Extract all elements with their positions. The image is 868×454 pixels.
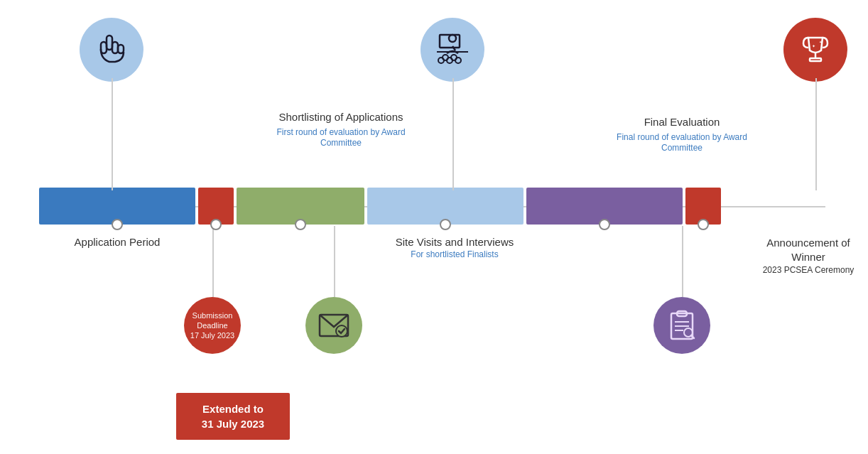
- presentation-icon: [434, 33, 471, 66]
- svg-text:✦: ✦: [819, 40, 822, 44]
- trophy-icon: ✦ ✦: [798, 32, 833, 67]
- shortlisting-label: Shortlisting of Applications First round…: [270, 110, 412, 149]
- shortlisting-vert: [334, 226, 335, 297]
- block-circle-site: [440, 219, 451, 230]
- block-final-eval: [526, 188, 683, 225]
- announcement-label: Announcement of Winner 2023 PCSEA Ceremo…: [752, 236, 865, 275]
- block-shortlisting: [237, 188, 364, 225]
- announcement-title: Announcement of Winner: [752, 236, 865, 264]
- shortlisting-title: Shortlisting of Applications: [270, 110, 412, 124]
- svg-point-10: [443, 55, 448, 60]
- site-visits-subtitle: For shortlisted Finalists: [373, 249, 536, 259]
- application-icon-circle: [80, 18, 143, 82]
- final-eval-vert: [682, 226, 683, 297]
- touch-icon: [94, 32, 129, 67]
- block-circle-final: [599, 219, 610, 230]
- block-circle-announce: [698, 219, 709, 230]
- application-label: Application Period: [39, 236, 195, 248]
- svg-line-26: [691, 335, 694, 338]
- svg-text:✦: ✦: [812, 44, 815, 48]
- timeline-container: ✦ ✦ Shortlisting of Applications First r…: [0, 0, 868, 454]
- final-eval-title: Final Evaluation: [611, 115, 753, 129]
- block-circle-app: [112, 219, 123, 230]
- site-visits-title: Site Visits and Interviews: [373, 236, 536, 248]
- site-icon-connector: [452, 78, 454, 190]
- block-announcement: [685, 188, 721, 225]
- extended-box: Extended to31 July 2023: [176, 393, 290, 440]
- svg-point-11: [451, 55, 457, 60]
- envelope-circle: [305, 297, 362, 354]
- trophy-icon-circle: ✦ ✦: [783, 18, 847, 82]
- envelope-icon: [318, 313, 350, 338]
- shortlisting-subtitle: First round of evaluation by Award Commi…: [270, 127, 412, 149]
- block-site-visits: [367, 188, 523, 225]
- block-circle-sub: [210, 219, 222, 230]
- trophy-connector: [815, 78, 817, 190]
- block-circle-short: [295, 219, 306, 230]
- svg-rect-14: [810, 58, 821, 61]
- submission-vert: [212, 226, 214, 297]
- block-submission: [198, 188, 234, 225]
- application-title: Application Period: [39, 236, 195, 248]
- deadline-text: SubmissionDeadline17 July 2023: [190, 310, 234, 341]
- final-eval-subtitle: Final round of evaluation by Award Commi…: [611, 132, 753, 154]
- site-visits-label: Site Visits and Interviews For shortlist…: [373, 236, 536, 259]
- deadline-circle: SubmissionDeadline17 July 2023: [184, 297, 241, 354]
- app-icon-connector: [112, 78, 113, 190]
- announcement-subtitle: 2023 PCSEA Ceremony: [752, 265, 865, 275]
- final-eval-label: Final Evaluation Final round of evaluati…: [611, 115, 753, 154]
- clipboard-icon: [666, 309, 698, 342]
- extended-text: Extended to31 July 2023: [202, 403, 264, 430]
- blocks-row: [39, 188, 829, 225]
- svg-point-4: [449, 35, 456, 42]
- clipboard-circle: [653, 297, 710, 354]
- block-application: [39, 188, 195, 225]
- site-visits-icon-circle: [421, 18, 484, 82]
